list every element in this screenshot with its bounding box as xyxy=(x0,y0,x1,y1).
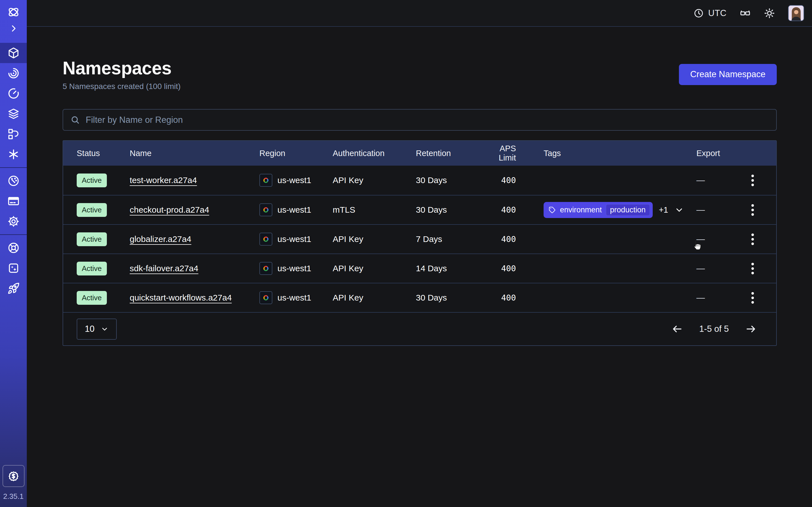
column-header-authentication: Authentication xyxy=(333,149,416,158)
sidebar-divider xyxy=(0,234,27,235)
tags-expand-chevron[interactable] xyxy=(674,205,684,215)
retention-period: 30 Days xyxy=(416,205,480,215)
table-row: Active quickstart-workflows.a27a4 xyxy=(63,283,776,312)
retention-period: 14 Days xyxy=(416,264,480,273)
column-header-tags: Tags xyxy=(516,149,696,158)
row-actions-menu-button[interactable] xyxy=(749,172,757,189)
theme-sun-icon[interactable] xyxy=(764,8,775,19)
chevron-down-icon xyxy=(101,325,109,333)
sidebar-item-billing-card-icon[interactable] xyxy=(0,191,27,211)
region-label: us-west1 xyxy=(277,293,311,302)
aps-limit: 400 xyxy=(480,264,516,273)
clock-icon xyxy=(694,8,704,18)
auth-method: mTLS xyxy=(333,205,416,215)
auth-method: API Key xyxy=(333,234,416,244)
user-avatar[interactable] xyxy=(788,5,804,21)
aps-limit: 400 xyxy=(480,234,516,244)
create-namespace-button[interactable]: Create Namespace xyxy=(679,64,777,85)
sidebar-expand-chevron[interactable] xyxy=(0,20,27,37)
region-label: us-west1 xyxy=(277,264,311,273)
pagination-range: 1-5 of 5 xyxy=(699,324,729,334)
glasses-icon[interactable] xyxy=(740,8,751,19)
namespace-name-link[interactable]: checkout-prod.a27a4 xyxy=(130,205,209,214)
app-version: 2.35.1 xyxy=(3,492,23,501)
sidebar-item-layers-icon[interactable] xyxy=(0,104,27,124)
tag-value: production xyxy=(606,204,650,216)
aps-limit: 400 xyxy=(480,175,516,185)
row-actions-menu-button[interactable] xyxy=(749,289,757,306)
sidebar-item-namespaces-cube-icon[interactable] xyxy=(0,43,27,63)
table-header-row: Status Name Region Authentication Retent… xyxy=(63,141,776,166)
sidebar-item-asterisk-icon[interactable] xyxy=(0,144,27,165)
status-badge: Active xyxy=(77,262,107,276)
page-title: Namespaces xyxy=(63,58,181,78)
aps-limit: 400 xyxy=(480,205,516,215)
timezone-selector[interactable]: UTC xyxy=(694,8,726,18)
namespace-tag[interactable]: environment production xyxy=(544,202,653,218)
sidebar-item-archival-spiral-icon[interactable] xyxy=(0,63,27,83)
export-status: — xyxy=(696,175,739,185)
filter-input[interactable] xyxy=(86,115,769,125)
row-actions-menu-button[interactable] xyxy=(749,202,757,219)
retention-period: 30 Days xyxy=(416,293,480,302)
auth-method: API Key xyxy=(333,293,416,302)
previous-page-button[interactable] xyxy=(672,323,683,335)
column-header-region: Region xyxy=(259,149,333,158)
sidebar: 2.35.1 xyxy=(0,0,27,507)
export-status: — xyxy=(696,205,739,215)
sidebar-item-usage-gauge-icon[interactable] xyxy=(0,171,27,191)
tag-more-count: +1 xyxy=(659,205,668,215)
main-content: Namespaces 5 Namespaces created (100 lim… xyxy=(27,27,812,507)
column-header-export: Export xyxy=(696,149,739,158)
status-badge: Active xyxy=(77,291,107,305)
namespace-name-link[interactable]: quickstart-workflows.a27a4 xyxy=(130,293,232,302)
credits-dollar-badge-icon[interactable] xyxy=(3,465,24,487)
export-status: — xyxy=(696,264,739,273)
gcp-region-icon xyxy=(259,203,272,216)
region-label: us-west1 xyxy=(277,205,311,215)
page-size-value: 10 xyxy=(85,324,94,334)
auth-method: API Key xyxy=(333,264,416,273)
namespace-name-link[interactable]: globalizer.a27a4 xyxy=(130,234,192,244)
gcp-region-icon xyxy=(259,291,272,304)
table-row: Active sdk-failover.a27a4 xyxy=(63,253,776,283)
aps-limit: 400 xyxy=(480,293,516,302)
page-size-select[interactable]: 10 xyxy=(77,319,117,340)
table-row: Active test-worker.a27a4 xyxy=(63,166,776,195)
retention-period: 7 Days xyxy=(416,234,480,244)
status-badge: Active xyxy=(77,173,107,187)
namespace-name-link[interactable]: sdk-failover.a27a4 xyxy=(130,264,199,273)
export-status: — xyxy=(696,234,739,244)
retention-period: 30 Days xyxy=(416,175,480,185)
sidebar-item-support-lifering-icon[interactable] xyxy=(0,238,27,258)
sidebar-item-feedback-sparkle-icon[interactable] xyxy=(0,258,27,278)
temporal-logo[interactable] xyxy=(0,4,27,20)
region-label: us-west1 xyxy=(277,175,311,185)
filter-bar xyxy=(63,109,777,131)
sidebar-item-workflow-graph-icon[interactable] xyxy=(0,124,27,144)
gcp-region-icon xyxy=(259,174,272,187)
next-page-button[interactable] xyxy=(745,323,756,335)
tag-icon xyxy=(548,206,556,214)
search-icon xyxy=(70,115,80,125)
page-subtitle: 5 Namespaces created (100 limit) xyxy=(63,82,181,91)
export-status: — xyxy=(696,293,739,302)
row-actions-menu-button[interactable] xyxy=(749,260,757,277)
topbar: UTC xyxy=(27,0,812,27)
namespace-name-link[interactable]: test-worker.a27a4 xyxy=(130,175,197,185)
status-badge: Active xyxy=(77,203,107,217)
status-badge: Active xyxy=(77,232,107,246)
sidebar-item-schedules-timer-icon[interactable] xyxy=(0,83,27,104)
region-label: us-west1 xyxy=(277,234,311,244)
column-header-aps-limit: APS Limit xyxy=(480,144,516,163)
auth-method: API Key xyxy=(333,175,416,185)
table-footer: 10 1-5 of 5 xyxy=(63,312,776,345)
timezone-label: UTC xyxy=(708,8,726,18)
sidebar-divider xyxy=(0,167,27,168)
table-body: Active test-worker.a27a4 xyxy=(63,166,776,312)
table-row: Active checkout-prod.a27a4 xyxy=(63,195,776,224)
row-actions-menu-button[interactable] xyxy=(749,231,757,248)
sidebar-item-settings-gear-icon[interactable] xyxy=(0,211,27,231)
sidebar-item-getting-started-rocket-icon[interactable] xyxy=(0,278,27,298)
tag-key: environment xyxy=(560,206,602,214)
